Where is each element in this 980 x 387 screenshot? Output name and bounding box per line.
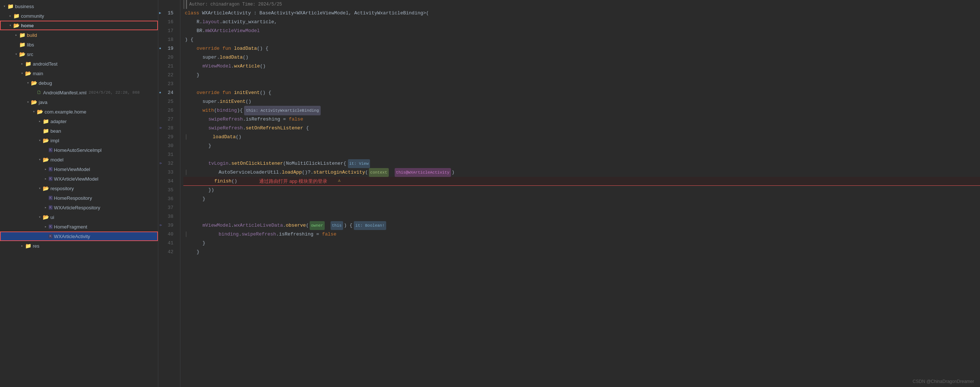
code-line-42: } xyxy=(183,248,980,256)
code-line-31 xyxy=(183,150,980,159)
owner-badge: owner xyxy=(310,221,325,230)
sidebar-item-impl[interactable]: 📂 impl xyxy=(0,136,158,145)
sidebar-item-adapter[interactable]: 📁 adapter xyxy=(0,117,158,126)
arrow-icon xyxy=(37,215,43,219)
sidebar-item-label: HomeFragment xyxy=(54,224,87,230)
sidebar-item-homefragment[interactable]: K HomeFragment xyxy=(0,222,158,232)
sidebar-item-label: WXArticleViewModel xyxy=(54,176,98,182)
code-line-33: │ AutoServiceLoaderUtil.loadApp()?.start… xyxy=(183,168,980,177)
sidebar-item-homeviewmodel[interactable]: K HomeViewModel xyxy=(0,165,158,174)
sidebar-item-androidtest[interactable]: 📁 androidTest xyxy=(0,59,158,69)
sidebar-item-label: androidTest xyxy=(33,61,57,67)
sidebar-item-home[interactable]: 📂 home xyxy=(0,21,158,30)
sidebar-item-main[interactable]: 📂 main xyxy=(0,69,158,78)
sidebar-item-build[interactable]: 📁 build xyxy=(0,30,158,40)
kotlin-icon: K xyxy=(49,148,52,152)
code-line-36: } xyxy=(183,195,980,203)
code-line-40: │ binding.swipeRefresh.isRefreshing = fa… xyxy=(183,230,980,239)
sidebar-item-wxarticlerespository[interactable]: K WXArticleRespository xyxy=(0,203,158,212)
line-numbers: ▶15 16 17 18 ● 19 20 21 22 23 ● 24 25 26… xyxy=(158,0,180,387)
code-line-24: override fun initEvent() { xyxy=(183,88,980,97)
author-text: Author: chinadragon Time: 2024/5/25 xyxy=(186,0,282,9)
sidebar-item-libs[interactable]: 📁 libs xyxy=(0,40,158,50)
kotlin-icon: K xyxy=(49,167,52,171)
code-line-23 xyxy=(183,80,980,88)
folder-icon: 📂 xyxy=(31,99,37,106)
folder-icon: 📁 xyxy=(25,61,31,67)
sidebar-item-label: community xyxy=(21,13,44,19)
code-line-28: swipeRefresh.setOnRefreshListener { xyxy=(183,124,980,133)
folder-icon: 📂 xyxy=(43,157,49,163)
sidebar-item-debug[interactable]: 📂 debug xyxy=(0,78,158,88)
sidebar-item-label: model xyxy=(51,157,63,163)
arrow-icon xyxy=(13,33,19,37)
code-editor[interactable]: ▶15 16 17 18 ● 19 20 21 22 23 ● 24 25 26… xyxy=(158,0,980,387)
warning-icon: ⚠ xyxy=(338,176,340,185)
sidebar-item-wxarticleactivity[interactable]: K WXArticleActivity xyxy=(0,232,158,241)
folder-icon: 📁 xyxy=(19,32,25,38)
sidebar-item-homeautoserviceimpl[interactable]: K HomeAutoServiceImpl xyxy=(0,145,158,155)
code-content: Author: chinadragon Time: 2024/5/25 clas… xyxy=(180,0,980,387)
arrow-icon xyxy=(37,138,43,142)
context-badge: context xyxy=(369,168,389,177)
file-meta: 2024/5/26, 22:28, 868 xyxy=(89,90,140,95)
sidebar-item-ui[interactable]: 📂 ui xyxy=(0,212,158,222)
sidebar-item-respository[interactable]: 📂 respository xyxy=(0,184,158,193)
this-badge: this@WXArticleActivity xyxy=(395,168,451,177)
breakpoint-icon: ● xyxy=(159,88,161,97)
sidebar-item-java[interactable]: 📂 java xyxy=(0,97,158,107)
sidebar-item-homerespository[interactable]: K HomeRespository xyxy=(0,193,158,203)
kotlin-icon: K xyxy=(49,234,52,238)
sidebar-item-label: WXArticleActivity xyxy=(54,233,90,239)
arrow-icon xyxy=(37,119,43,123)
sidebar-item-src[interactable]: 📂 src xyxy=(0,50,158,59)
folder-icon: 📂 xyxy=(37,109,43,115)
kotlin-icon: K xyxy=(49,196,52,200)
tooltip-binding: this: ActivityWxarticleBinding xyxy=(244,106,321,115)
arrow-icon xyxy=(43,205,49,210)
folder-icon: 📂 xyxy=(31,80,37,86)
kotlin-icon: K xyxy=(49,224,52,229)
code-line-17: BR.mWXArticleViewModel xyxy=(183,27,980,35)
it2-badge: it: Boolean! xyxy=(354,221,386,230)
xml-icon: 🗋 xyxy=(37,90,41,96)
folder-icon: 📂 xyxy=(25,70,31,77)
code-line-15: class WXArticleActivity : BaseActivity<W… xyxy=(183,9,980,18)
sidebar-item-label: bean xyxy=(51,128,61,134)
folder-icon: 📁 xyxy=(13,13,19,19)
sidebar-item-label: HomeAutoServiceImpl xyxy=(54,147,102,153)
sidebar-item-wxarticleviewmodel[interactable]: K WXArticleViewModel xyxy=(0,174,158,184)
folder-icon: 📂 xyxy=(13,22,19,29)
code-line-30: } xyxy=(183,142,980,150)
code-line-34: finish() ⚠ 通过路由打开 app 模块里的登录 xyxy=(183,177,980,186)
code-line-35: }) xyxy=(183,186,980,195)
arrow-icon xyxy=(43,176,49,181)
arrow-icon xyxy=(31,109,37,114)
folder-icon: 📂 xyxy=(43,186,49,192)
code-line-19: override fun loadData() { xyxy=(183,44,980,53)
sidebar-item-res[interactable]: 📁 res xyxy=(0,241,158,251)
code-line-22: } xyxy=(183,71,980,80)
sidebar-item-business[interactable]: 📁 business xyxy=(0,2,158,11)
arrow-icon xyxy=(7,23,13,28)
sidebar-item-label: src xyxy=(27,51,33,57)
sidebar-item-label: adapter xyxy=(51,119,67,124)
code-line-18: ) { xyxy=(183,35,980,44)
sidebar-item-model[interactable]: 📂 model xyxy=(0,155,158,165)
code-line-26: with(binding){ this: ActivityWxarticleBi… xyxy=(183,106,980,115)
file-tree[interactable]: 📁 business 📁 community 📂 home 📁 build 📁 … xyxy=(0,0,158,387)
sidebar-item-bean[interactable]: 📁 bean xyxy=(0,126,158,136)
author-line: Author: chinadragon Time: 2024/5/25 xyxy=(183,0,980,9)
sidebar-item-community[interactable]: 📁 community xyxy=(0,11,158,21)
sidebar-item-label: business xyxy=(15,4,34,9)
code-line-39: mViewModel.wxArticleLiveData.observe( ow… xyxy=(183,221,980,230)
sidebar-item-label: debug xyxy=(39,80,52,86)
arrow-icon xyxy=(2,4,7,8)
breakpoint-icon: ● xyxy=(159,44,161,53)
code-line-20: super.loadData() xyxy=(183,53,980,62)
code-line-37 xyxy=(183,203,980,212)
sidebar-item-package[interactable]: 📂 com.example.home xyxy=(0,107,158,117)
folder-icon: 📁 xyxy=(43,128,49,134)
lambda-icon: ⊳ xyxy=(160,159,162,168)
sidebar-item-androidmanifest[interactable]: 🗋 AndroidManifest.xml 2024/5/26, 22:28, … xyxy=(0,88,158,97)
